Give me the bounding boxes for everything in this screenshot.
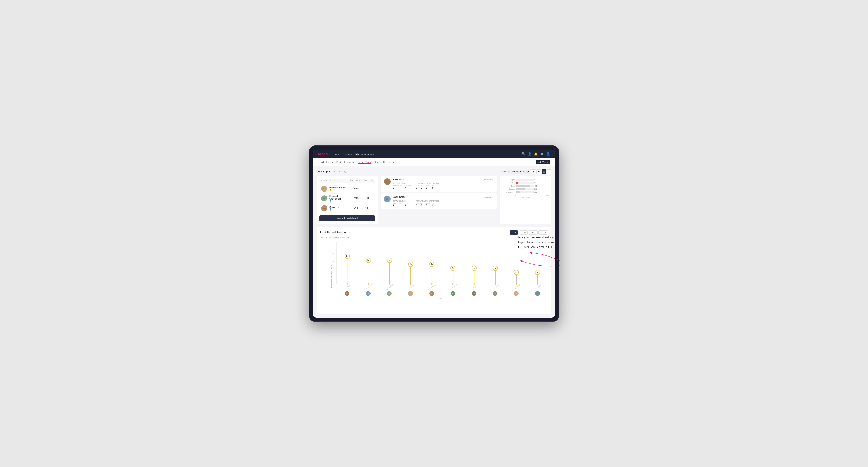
avatar-josh: JC (384, 196, 391, 203)
player-avatar-small-4: R (429, 291, 434, 296)
player-avatar-small-6: D (472, 291, 476, 296)
view-leaderboard-button[interactable]: View Full Leaderboard (319, 215, 375, 221)
bar-row-2: Pars 499 (502, 185, 540, 187)
nav-icons: 🔍 👤 🔔 ⚙️ 👤 (522, 152, 550, 156)
streaks-header: Best Round Streaks ← OTT APP ARG PUTT (320, 230, 548, 235)
avatar-cameron: CM 3 (321, 205, 328, 211)
chart-footer: Total Shots (502, 197, 549, 198)
player-avatar-small-3: J (408, 291, 413, 296)
player-score-3: 17/20 (349, 207, 361, 210)
player-avatar-small-2: D (387, 291, 392, 296)
tournament-val-rees: 8 (393, 187, 402, 189)
tab-tour[interactable]: Tour (375, 160, 379, 164)
practice-sub-label-josh: Practice (405, 203, 411, 204)
bar-label-2: Pars (502, 185, 515, 187)
nav-my-performance[interactable]: My Performance (355, 152, 375, 156)
streak-bubble-1: 6x (366, 257, 371, 263)
chart-x-axis: 0 200 400 (502, 194, 549, 196)
player-avatar-small-5: E (451, 291, 455, 296)
bar-label-1: Birdies (502, 182, 515, 184)
filter-arg[interactable]: ARG (529, 230, 537, 235)
tab-all-players[interactable]: All Players (382, 160, 394, 164)
streak-bubble-8: 3x (514, 270, 519, 275)
bar-row-4: D. Bogeys + 131 (502, 191, 540, 193)
search-icon[interactable]: 🔍 (522, 152, 526, 156)
card-view-btn[interactable]: ▤ (541, 169, 546, 174)
filter-app[interactable]: APP (519, 230, 528, 235)
pc-date-josh: 26 Aug 2023 (483, 196, 493, 198)
bar-fill-2 (516, 185, 530, 187)
list-view-btn[interactable]: ☰ (536, 169, 541, 174)
player-avg-1: 110 (361, 187, 373, 190)
practice-act-label-josh: Total Practice Activities (415, 200, 439, 202)
putt-val-josh: 1 (431, 204, 436, 207)
bar-container-2 (516, 185, 533, 187)
tournament-sub-label-josh: Tournament (393, 203, 402, 204)
bar-label-3: Bogeys (502, 188, 515, 190)
player-avatar-small-8: R (514, 291, 519, 296)
add-team-button[interactable]: Add Team (536, 160, 550, 164)
practice-val-josh: 2 (405, 204, 411, 207)
grid-view-btn[interactable]: ⊞ (531, 169, 536, 174)
tab-pga[interactable]: PGA (336, 160, 341, 164)
sub-nav-links: PGAT Players PGA Hcaps 1-5 Team Clippd T… (318, 160, 394, 164)
arg-val-josh: 0 (426, 204, 430, 207)
x-labels: E. EbertB. McHargD. BillinghamJ. ColesR.… (336, 285, 548, 288)
bell-icon[interactable]: 🔔 (534, 152, 538, 156)
player-row-3[interactable]: CM 3 Cameron... 🥉 17/20 103 (319, 204, 375, 213)
pc-date-rees: 02 Sep 2023 (483, 179, 493, 181)
app-label: APP (421, 185, 424, 187)
y-tick-0: 0 (333, 269, 334, 271)
avatar-edward: EC 2 (321, 195, 328, 201)
bar-container-1 (516, 182, 533, 184)
col-player-name: PLAYER NAME (321, 180, 349, 182)
player-card-rees: RB Rees Britt 02 Sep 2023 Total Rounds (381, 176, 497, 191)
player-avg-2: 107 (361, 197, 373, 200)
rank-badge-1: 1 (325, 189, 328, 192)
bar-fill-4 (516, 191, 520, 193)
tab-pgat-players[interactable]: PGAT Players (318, 160, 333, 164)
show-label: Show (501, 170, 507, 173)
filter-ott[interactable]: OTT (510, 230, 518, 235)
tab-hcaps[interactable]: Hcaps 1-5 (344, 160, 355, 164)
bar-value-0: 3 (534, 179, 540, 181)
y-axis-label: Best Streak, Fairway Accuracy (331, 265, 332, 287)
avatar-icon[interactable]: 👤 (546, 152, 550, 156)
col-pb-score: PB SCORE (349, 180, 361, 182)
bar-label-0: Eagles (502, 179, 515, 181)
settings-icon[interactable]: ⚙️ (540, 152, 544, 156)
pc-name-josh: Josh Coles (393, 196, 405, 198)
rank-badge-3: 3 (325, 209, 328, 211)
sub-nav: PGAT Players PGA Hcaps 1-5 Team Clippd T… (313, 158, 555, 166)
user-icon[interactable]: 👤 (528, 152, 532, 156)
filter-putt[interactable]: PUTT (538, 230, 549, 235)
player-row-1[interactable]: RB 1 Richard Butler 🥇 19/20 110 (319, 184, 375, 193)
putt-label: PUTT (431, 185, 436, 187)
y-tick-4: 4 (333, 253, 334, 254)
streak-bubble-0: 7x (345, 253, 350, 259)
bar-value-1: 96 (534, 182, 540, 184)
player-row-2[interactable]: EC 2 Edward Crossman 🥈 18/20 107 (319, 193, 375, 204)
streak-line-0 (347, 256, 347, 284)
player-count: | 14 Players (331, 170, 342, 173)
x-tick-0: 0 (515, 194, 516, 196)
export-btn[interactable]: ↧ (547, 169, 552, 174)
bar-row-0: Eagles 3 (502, 179, 540, 181)
bar-fill-1 (516, 182, 519, 184)
avatar-rees: RB (384, 178, 391, 185)
players-label: Players (334, 297, 548, 299)
ott-label-josh: OTT (415, 203, 419, 204)
logo: clippd (318, 152, 328, 156)
rounds-label-josh: Total Rounds (393, 200, 411, 202)
streak-bubble-9: 3x (535, 270, 540, 275)
streak-bubble-4: 5x (429, 261, 434, 267)
nav-home[interactable]: Home (333, 152, 340, 156)
putt-val: 0 (431, 187, 436, 189)
period-select[interactable]: Last 3 months (508, 169, 530, 174)
edit-team-icon[interactable]: ✏️ (344, 170, 346, 173)
avatar-row: EBDJREDMRC (336, 291, 548, 296)
nav-teams[interactable]: Teams (344, 152, 352, 156)
tab-team-clippd[interactable]: Team Clippd (358, 160, 371, 164)
player-name-1: Richard Butler (329, 186, 349, 189)
bar-container-4 (516, 191, 533, 193)
